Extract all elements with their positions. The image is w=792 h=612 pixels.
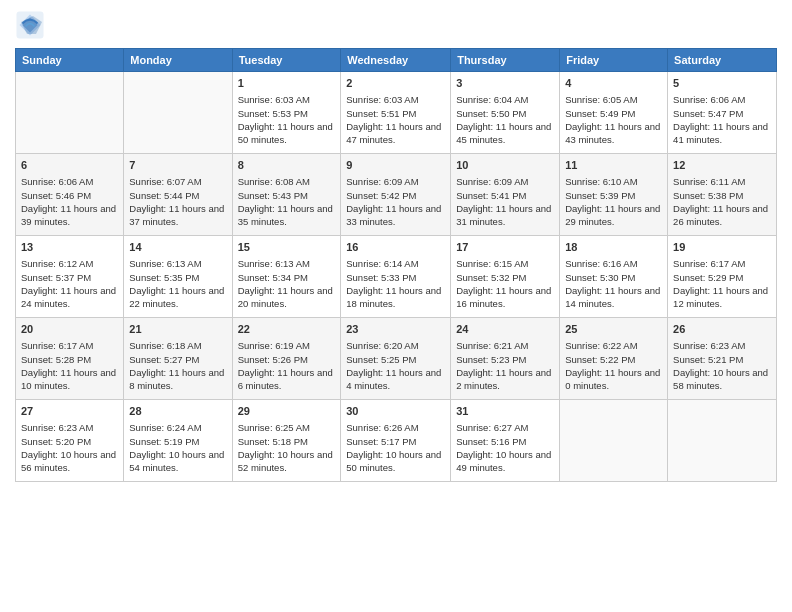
day-info: Sunrise: 6:09 AM Sunset: 5:41 PM Dayligh… <box>456 175 554 228</box>
day-info: Sunrise: 6:25 AM Sunset: 5:18 PM Dayligh… <box>238 421 336 474</box>
day-number: 17 <box>456 240 554 255</box>
weekday-header: Saturday <box>668 49 777 72</box>
day-number: 11 <box>565 158 662 173</box>
day-number: 21 <box>129 322 226 337</box>
calendar-cell: 10Sunrise: 6:09 AM Sunset: 5:41 PM Dayli… <box>451 154 560 236</box>
calendar-cell: 28Sunrise: 6:24 AM Sunset: 5:19 PM Dayli… <box>124 400 232 482</box>
day-info: Sunrise: 6:12 AM Sunset: 5:37 PM Dayligh… <box>21 257 118 310</box>
weekday-header: Sunday <box>16 49 124 72</box>
day-number: 24 <box>456 322 554 337</box>
calendar-cell: 4Sunrise: 6:05 AM Sunset: 5:49 PM Daylig… <box>560 72 668 154</box>
day-number: 8 <box>238 158 336 173</box>
day-info: Sunrise: 6:16 AM Sunset: 5:30 PM Dayligh… <box>565 257 662 310</box>
day-info: Sunrise: 6:07 AM Sunset: 5:44 PM Dayligh… <box>129 175 226 228</box>
calendar-week-row: 27Sunrise: 6:23 AM Sunset: 5:20 PM Dayli… <box>16 400 777 482</box>
day-info: Sunrise: 6:22 AM Sunset: 5:22 PM Dayligh… <box>565 339 662 392</box>
calendar-cell: 6Sunrise: 6:06 AM Sunset: 5:46 PM Daylig… <box>16 154 124 236</box>
day-info: Sunrise: 6:05 AM Sunset: 5:49 PM Dayligh… <box>565 93 662 146</box>
calendar-cell: 3Sunrise: 6:04 AM Sunset: 5:50 PM Daylig… <box>451 72 560 154</box>
calendar-cell <box>16 72 124 154</box>
day-number: 30 <box>346 404 445 419</box>
calendar-cell <box>560 400 668 482</box>
day-info: Sunrise: 6:17 AM Sunset: 5:28 PM Dayligh… <box>21 339 118 392</box>
calendar-week-row: 13Sunrise: 6:12 AM Sunset: 5:37 PM Dayli… <box>16 236 777 318</box>
weekday-header: Thursday <box>451 49 560 72</box>
weekday-header: Monday <box>124 49 232 72</box>
day-info: Sunrise: 6:13 AM Sunset: 5:34 PM Dayligh… <box>238 257 336 310</box>
day-info: Sunrise: 6:08 AM Sunset: 5:43 PM Dayligh… <box>238 175 336 228</box>
day-number: 2 <box>346 76 445 91</box>
calendar-cell: 18Sunrise: 6:16 AM Sunset: 5:30 PM Dayli… <box>560 236 668 318</box>
day-number: 29 <box>238 404 336 419</box>
calendar-cell: 25Sunrise: 6:22 AM Sunset: 5:22 PM Dayli… <box>560 318 668 400</box>
day-number: 25 <box>565 322 662 337</box>
day-number: 7 <box>129 158 226 173</box>
calendar-cell: 31Sunrise: 6:27 AM Sunset: 5:16 PM Dayli… <box>451 400 560 482</box>
day-info: Sunrise: 6:23 AM Sunset: 5:20 PM Dayligh… <box>21 421 118 474</box>
calendar-cell: 8Sunrise: 6:08 AM Sunset: 5:43 PM Daylig… <box>232 154 341 236</box>
day-info: Sunrise: 6:23 AM Sunset: 5:21 PM Dayligh… <box>673 339 771 392</box>
day-info: Sunrise: 6:04 AM Sunset: 5:50 PM Dayligh… <box>456 93 554 146</box>
day-number: 27 <box>21 404 118 419</box>
calendar-table: SundayMondayTuesdayWednesdayThursdayFrid… <box>15 48 777 482</box>
calendar-cell: 19Sunrise: 6:17 AM Sunset: 5:29 PM Dayli… <box>668 236 777 318</box>
day-info: Sunrise: 6:13 AM Sunset: 5:35 PM Dayligh… <box>129 257 226 310</box>
calendar-week-row: 1Sunrise: 6:03 AM Sunset: 5:53 PM Daylig… <box>16 72 777 154</box>
page: SundayMondayTuesdayWednesdayThursdayFrid… <box>0 0 792 612</box>
calendar-week-row: 20Sunrise: 6:17 AM Sunset: 5:28 PM Dayli… <box>16 318 777 400</box>
day-info: Sunrise: 6:21 AM Sunset: 5:23 PM Dayligh… <box>456 339 554 392</box>
day-number: 12 <box>673 158 771 173</box>
calendar-cell <box>668 400 777 482</box>
calendar-cell: 11Sunrise: 6:10 AM Sunset: 5:39 PM Dayli… <box>560 154 668 236</box>
calendar-cell: 27Sunrise: 6:23 AM Sunset: 5:20 PM Dayli… <box>16 400 124 482</box>
day-number: 15 <box>238 240 336 255</box>
day-info: Sunrise: 6:20 AM Sunset: 5:25 PM Dayligh… <box>346 339 445 392</box>
calendar-cell: 9Sunrise: 6:09 AM Sunset: 5:42 PM Daylig… <box>341 154 451 236</box>
day-number: 1 <box>238 76 336 91</box>
day-number: 28 <box>129 404 226 419</box>
weekday-header: Tuesday <box>232 49 341 72</box>
calendar-cell: 17Sunrise: 6:15 AM Sunset: 5:32 PM Dayli… <box>451 236 560 318</box>
day-info: Sunrise: 6:26 AM Sunset: 5:17 PM Dayligh… <box>346 421 445 474</box>
day-info: Sunrise: 6:24 AM Sunset: 5:19 PM Dayligh… <box>129 421 226 474</box>
day-number: 13 <box>21 240 118 255</box>
weekday-header-row: SundayMondayTuesdayWednesdayThursdayFrid… <box>16 49 777 72</box>
day-number: 10 <box>456 158 554 173</box>
day-info: Sunrise: 6:18 AM Sunset: 5:27 PM Dayligh… <box>129 339 226 392</box>
calendar-week-row: 6Sunrise: 6:06 AM Sunset: 5:46 PM Daylig… <box>16 154 777 236</box>
calendar-cell: 16Sunrise: 6:14 AM Sunset: 5:33 PM Dayli… <box>341 236 451 318</box>
header <box>15 10 777 40</box>
day-number: 9 <box>346 158 445 173</box>
day-info: Sunrise: 6:11 AM Sunset: 5:38 PM Dayligh… <box>673 175 771 228</box>
calendar-cell: 12Sunrise: 6:11 AM Sunset: 5:38 PM Dayli… <box>668 154 777 236</box>
calendar-cell: 30Sunrise: 6:26 AM Sunset: 5:17 PM Dayli… <box>341 400 451 482</box>
calendar-cell: 15Sunrise: 6:13 AM Sunset: 5:34 PM Dayli… <box>232 236 341 318</box>
calendar-cell: 13Sunrise: 6:12 AM Sunset: 5:37 PM Dayli… <box>16 236 124 318</box>
day-number: 6 <box>21 158 118 173</box>
calendar-cell <box>124 72 232 154</box>
day-info: Sunrise: 6:06 AM Sunset: 5:46 PM Dayligh… <box>21 175 118 228</box>
calendar-cell: 26Sunrise: 6:23 AM Sunset: 5:21 PM Dayli… <box>668 318 777 400</box>
day-info: Sunrise: 6:17 AM Sunset: 5:29 PM Dayligh… <box>673 257 771 310</box>
day-info: Sunrise: 6:03 AM Sunset: 5:53 PM Dayligh… <box>238 93 336 146</box>
calendar-cell: 22Sunrise: 6:19 AM Sunset: 5:26 PM Dayli… <box>232 318 341 400</box>
calendar-cell: 2Sunrise: 6:03 AM Sunset: 5:51 PM Daylig… <box>341 72 451 154</box>
day-number: 3 <box>456 76 554 91</box>
day-number: 16 <box>346 240 445 255</box>
day-number: 22 <box>238 322 336 337</box>
calendar-cell: 24Sunrise: 6:21 AM Sunset: 5:23 PM Dayli… <box>451 318 560 400</box>
calendar-cell: 21Sunrise: 6:18 AM Sunset: 5:27 PM Dayli… <box>124 318 232 400</box>
logo-icon <box>15 10 45 40</box>
calendar-cell: 23Sunrise: 6:20 AM Sunset: 5:25 PM Dayli… <box>341 318 451 400</box>
calendar-cell: 20Sunrise: 6:17 AM Sunset: 5:28 PM Dayli… <box>16 318 124 400</box>
day-info: Sunrise: 6:09 AM Sunset: 5:42 PM Dayligh… <box>346 175 445 228</box>
weekday-header: Friday <box>560 49 668 72</box>
day-number: 23 <box>346 322 445 337</box>
day-number: 26 <box>673 322 771 337</box>
day-number: 18 <box>565 240 662 255</box>
day-info: Sunrise: 6:14 AM Sunset: 5:33 PM Dayligh… <box>346 257 445 310</box>
calendar-cell: 14Sunrise: 6:13 AM Sunset: 5:35 PM Dayli… <box>124 236 232 318</box>
calendar-cell: 5Sunrise: 6:06 AM Sunset: 5:47 PM Daylig… <box>668 72 777 154</box>
day-info: Sunrise: 6:03 AM Sunset: 5:51 PM Dayligh… <box>346 93 445 146</box>
day-info: Sunrise: 6:15 AM Sunset: 5:32 PM Dayligh… <box>456 257 554 310</box>
